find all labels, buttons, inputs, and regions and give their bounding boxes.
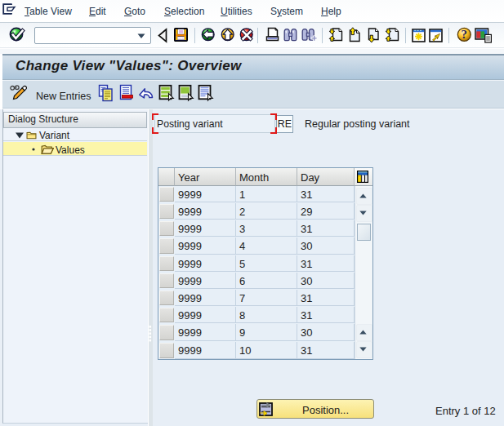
svg-text:?: ? — [462, 28, 468, 41]
